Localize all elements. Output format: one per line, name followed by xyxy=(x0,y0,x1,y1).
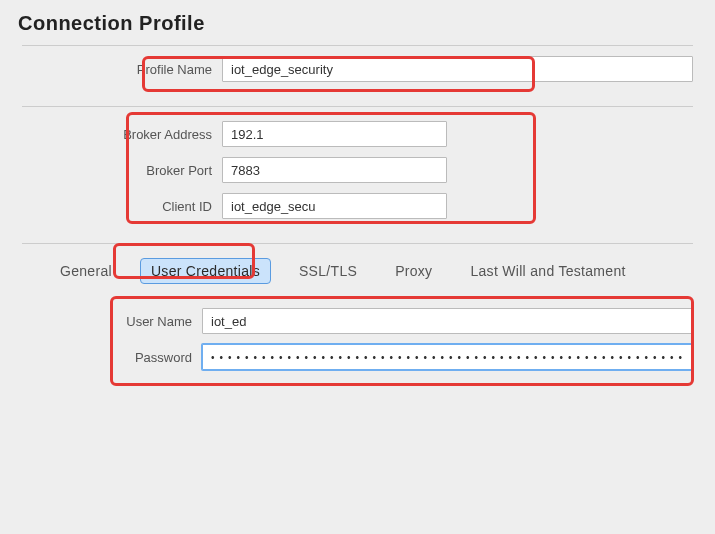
username-row: User Name xyxy=(22,308,693,334)
broker-address-row: Broker Address xyxy=(22,121,693,147)
client-id-input[interactable] xyxy=(222,193,447,219)
section-divider-2 xyxy=(22,243,693,244)
password-row: Password xyxy=(22,344,693,370)
section-divider-1 xyxy=(22,106,693,107)
connection-profile-panel: Connection Profile Profile Name Broker A… xyxy=(6,6,709,528)
tab-user-credentials[interactable]: User Credentials xyxy=(140,258,271,284)
tab-general[interactable]: General xyxy=(50,258,122,284)
client-id-label: Client ID xyxy=(22,199,222,214)
page-title: Connection Profile xyxy=(6,6,709,43)
tab-ssl-tls[interactable]: SSL/TLS xyxy=(289,258,367,284)
tabs-bar: General User Credentials SSL/TLS Proxy L… xyxy=(6,258,709,284)
username-label: User Name xyxy=(22,314,202,329)
broker-section: Broker Address Broker Port Client ID xyxy=(6,121,709,239)
title-divider xyxy=(22,45,693,46)
broker-address-input[interactable] xyxy=(222,121,447,147)
broker-address-label: Broker Address xyxy=(22,127,222,142)
tab-lwt[interactable]: Last Will and Testament xyxy=(460,258,635,284)
profile-name-label: Profile Name xyxy=(22,62,222,77)
client-id-row: Client ID xyxy=(22,193,693,219)
profile-name-input[interactable] xyxy=(222,56,693,82)
password-label: Password xyxy=(22,350,202,365)
password-input[interactable] xyxy=(202,344,693,370)
broker-port-row: Broker Port xyxy=(22,157,693,183)
profile-name-row: Profile Name xyxy=(22,56,693,82)
broker-port-input[interactable] xyxy=(222,157,447,183)
profile-name-section: Profile Name xyxy=(6,56,709,102)
username-input[interactable] xyxy=(202,308,693,334)
credentials-section: User Name Password xyxy=(6,308,709,390)
tab-proxy[interactable]: Proxy xyxy=(385,258,442,284)
broker-port-label: Broker Port xyxy=(22,163,222,178)
